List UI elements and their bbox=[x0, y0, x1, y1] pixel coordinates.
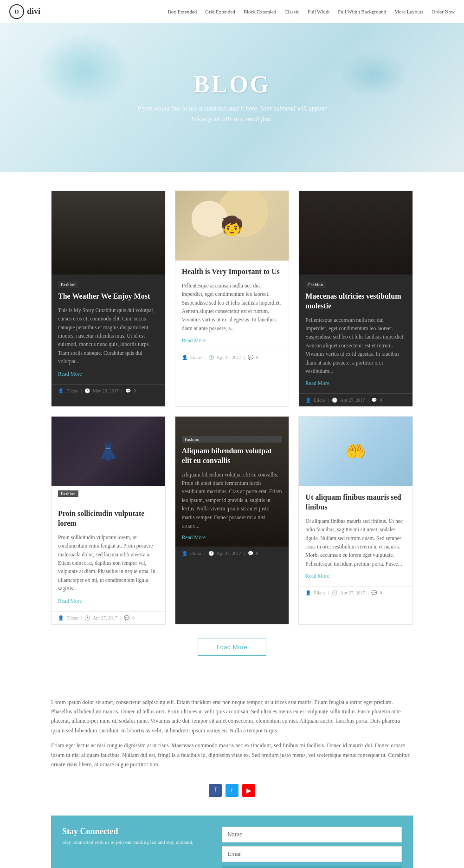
card-1-read-more[interactable]: Read More bbox=[58, 371, 82, 377]
card-2-title: Health is Very Important to Us bbox=[182, 267, 283, 277]
blog-card-5: Fashion Aliquam bibendum volutpat elit e… bbox=[175, 416, 290, 624]
nav-more-layouts[interactable]: More Layouts bbox=[394, 9, 423, 14]
nav-box-extended[interactable]: Box Extended bbox=[168, 9, 197, 14]
card-5-text: Aliquam bibendum volutpat elit eu conval… bbox=[182, 470, 283, 530]
card-6-date: Apr 27, 2017 bbox=[340, 590, 365, 595]
card-3-title: Maecenas ultricies vestibulum molestie bbox=[305, 292, 406, 311]
card-6-author-icon: 👤 bbox=[305, 590, 311, 595]
card-6-author: Elicus bbox=[314, 590, 325, 595]
subscribe-button[interactable]: Subscribe bbox=[222, 866, 402, 868]
card-3-image bbox=[299, 191, 412, 274]
card-1-comment-icon: 💬 bbox=[125, 388, 131, 393]
card-2-text: Pellentesque accumsan nulla nec dui impe… bbox=[182, 281, 283, 333]
logo-icon: D bbox=[9, 4, 24, 19]
nav-grid-extended[interactable]: Grid Extended bbox=[205, 9, 235, 14]
card-6-body: Ut aliquam finibus mauris sed finibus Ut… bbox=[299, 486, 412, 586]
card-3-author: Elicus bbox=[314, 398, 325, 403]
blog-grid: Fashion The Weather We Enjoy Most This i… bbox=[51, 190, 413, 625]
blog-card-3: Fashion Maecenas ultricies vestibulum mo… bbox=[298, 190, 413, 407]
card-4-author-icon: 👤 bbox=[58, 615, 64, 620]
card-2-date: Apr 27, 2017 bbox=[217, 355, 241, 360]
load-more-section: Load More bbox=[51, 639, 413, 656]
card-2-comment-icon: 💬 bbox=[248, 355, 253, 360]
card-4-read-more[interactable]: Read More bbox=[58, 598, 82, 604]
name-input[interactable] bbox=[222, 827, 402, 842]
card-5-author: Elicus bbox=[190, 551, 202, 556]
card-6-comment-icon: 💬 bbox=[371, 590, 377, 595]
card-6-text: Ut aliquam finibus mauris sed finibus. U… bbox=[305, 517, 406, 568]
logo[interactable]: D divi bbox=[9, 4, 40, 19]
card-2-body: Health is Very Important to Us Pellentes… bbox=[175, 261, 289, 351]
logo-name: divi bbox=[27, 7, 40, 16]
card-4-author: Elicus bbox=[66, 615, 78, 620]
card-6-read-more[interactable]: Read More bbox=[305, 573, 329, 579]
blog-card-2: 🧒 Health is Very Important to Us Pellent… bbox=[175, 190, 290, 407]
card-5-meta: 👤 Elicus | 🕐 Apr 27, 2017 | 💬 0 bbox=[175, 547, 289, 560]
card-2-read-more[interactable]: Read More bbox=[182, 338, 206, 343]
hero-subtitle: If you would like to use a subhead, add … bbox=[130, 104, 334, 124]
card-4-image: 👗 bbox=[52, 417, 165, 486]
card-1-date: May 23, 2017 bbox=[93, 388, 119, 393]
blog-card-4: 👗 Fashion Proin sollicitudin vulputate l… bbox=[51, 416, 166, 624]
card-6-image: 🤲 bbox=[299, 417, 412, 486]
youtube-icon[interactable]: ▶ bbox=[242, 784, 255, 797]
card-4-date-icon: 🕐 bbox=[84, 615, 90, 620]
hero-title: BLOG bbox=[193, 71, 271, 98]
twitter-icon[interactable]: t bbox=[226, 784, 238, 797]
card-4-comment-icon: 💬 bbox=[124, 615, 129, 620]
card-5-comments: 0 bbox=[256, 551, 258, 556]
stay-connected-title: Stay Connected bbox=[62, 827, 213, 836]
card-1-date-icon: 🕐 bbox=[84, 388, 90, 393]
card-3-date: Apr 27, 2017 bbox=[340, 398, 365, 403]
text-paragraph-2: Etiam eget lectus ac nisi congue digniss… bbox=[51, 741, 413, 769]
card-4-body: Proin sollicitudin vulputate lorem Proin… bbox=[52, 503, 165, 611]
email-input[interactable] bbox=[222, 846, 402, 862]
stay-connected-form: Subscribe bbox=[222, 827, 402, 868]
nav-classic[interactable]: Classic bbox=[284, 9, 299, 14]
stay-connected-section: Stay Connected Stay connected with us to… bbox=[51, 816, 413, 868]
nav-full-width[interactable]: Full Width bbox=[308, 9, 329, 14]
twitter-letter: t bbox=[231, 787, 233, 794]
card-2-author: Elicus bbox=[190, 355, 202, 360]
card-5-title: Aliquam bibendum volutpat elit eu conval… bbox=[182, 446, 283, 466]
card-1-text: This is My Story Curabitur quis dui volu… bbox=[58, 306, 159, 366]
nav-block-extended[interactable]: Block Extended bbox=[244, 9, 277, 14]
facebook-icon[interactable]: f bbox=[209, 784, 222, 797]
navigation: D divi Box Extended Grid Extended Block … bbox=[0, 0, 464, 23]
card-5-date: Apr 27, 2017 bbox=[217, 551, 241, 556]
card-3-meta: 👤 Elicus | 🕐 Apr 27, 2017 | 💬 0 bbox=[299, 393, 412, 406]
card-3-text: Pellentesque accumsan nulla nec dui impe… bbox=[305, 316, 406, 376]
nav-order-now[interactable]: Order Now bbox=[432, 9, 455, 14]
card-6-comments: 0 bbox=[380, 590, 382, 595]
nav-links: Box Extended Grid Extended Block Extende… bbox=[168, 9, 455, 14]
card-2-meta: 👤 Elicus | 🕐 Apr 27, 2017 | 💬 0 bbox=[175, 351, 289, 364]
card-1-meta: 👤 Elicus | 🕐 May 23, 2017 | 💬 0 bbox=[52, 384, 165, 397]
card-6-title: Ut aliquam finibus mauris sed finibus bbox=[305, 493, 406, 512]
card-4-comments: 0 bbox=[132, 615, 135, 620]
card-3-date-icon: 🕐 bbox=[332, 398, 337, 403]
card-2-image: 🧒 bbox=[175, 191, 289, 261]
card-4-title: Proin sollicitudin vulputate lorem bbox=[58, 509, 159, 529]
card-1-author-icon: 👤 bbox=[58, 388, 64, 393]
card-1-title: The Weather We Enjoy Most bbox=[58, 292, 159, 301]
logo-letter: D bbox=[14, 8, 19, 15]
card-1-body: Fashion The Weather We Enjoy Most This i… bbox=[52, 274, 165, 384]
text-paragraph-1: Lorem ipsum dolor sit amet, consectetur … bbox=[51, 698, 413, 736]
card-5-date-icon: 🕐 bbox=[208, 551, 214, 556]
card-5-comment-icon: 💬 bbox=[248, 551, 253, 556]
blog-card-1: Fashion The Weather We Enjoy Most This i… bbox=[51, 190, 166, 407]
card-1-author: Elicus bbox=[66, 388, 78, 393]
card-1-tag: Fashion bbox=[58, 281, 78, 288]
social-icons: f t ▶ bbox=[0, 779, 464, 806]
text-block: Lorem ipsum dolor sit amet, consectetur … bbox=[0, 688, 464, 780]
facebook-letter: f bbox=[214, 787, 217, 794]
card-4-tag-wrap: Fashion bbox=[52, 486, 165, 503]
card-3-read-more[interactable]: Read More bbox=[305, 380, 329, 386]
card-6-meta: 👤 Elicus | 🕐 Apr 27, 2017 | 💬 0 bbox=[299, 586, 412, 599]
card-5-read-more[interactable]: Read More bbox=[182, 535, 283, 540]
card-3-comment-icon: 💬 bbox=[371, 398, 377, 403]
card-1-image bbox=[52, 191, 165, 274]
stay-connected-subtitle: Stay connected with us to join our maili… bbox=[62, 839, 213, 845]
nav-full-width-background[interactable]: Full Width Background bbox=[338, 9, 386, 14]
load-more-button[interactable]: Load More bbox=[198, 639, 267, 656]
